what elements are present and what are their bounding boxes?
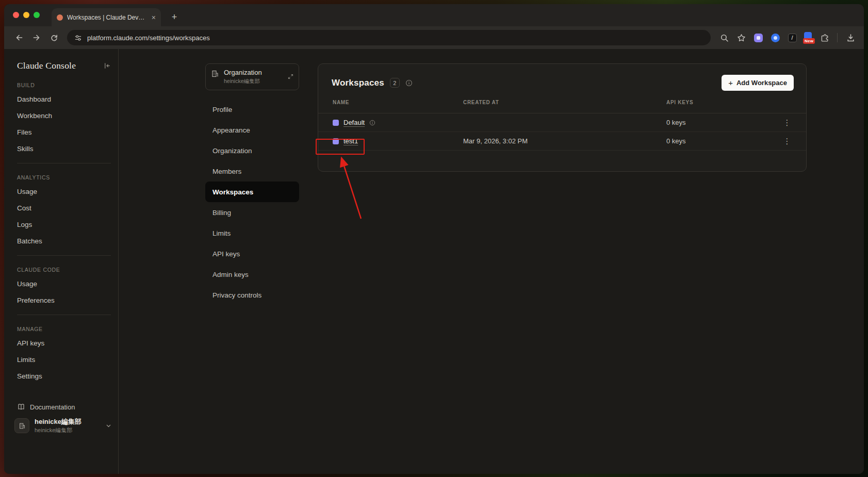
documentation-link[interactable]: Documentation bbox=[17, 403, 75, 411]
section-label-analytics: ANALYTICS bbox=[17, 174, 111, 180]
extensions-puzzle-icon[interactable] bbox=[818, 31, 830, 44]
desktop-background: Workspaces | Claude Develop × + platform… bbox=[0, 0, 868, 477]
sidebar-item-preferences[interactable]: Preferences bbox=[17, 292, 111, 308]
sidebar-divider bbox=[17, 255, 111, 256]
site-settings-icon[interactable] bbox=[74, 34, 82, 42]
sidebar-item-usage[interactable]: Usage bbox=[17, 183, 111, 200]
sidebar-item-settings[interactable]: Settings bbox=[17, 368, 111, 384]
default-info-icon[interactable] bbox=[369, 120, 375, 126]
info-icon[interactable] bbox=[405, 79, 413, 87]
organization-avatar bbox=[14, 418, 29, 433]
created-at-cell: Mar 9, 2026, 3:02 PM bbox=[463, 137, 666, 145]
workspace-link-test1[interactable]: test1 bbox=[343, 137, 358, 145]
extension-blue-icon[interactable] bbox=[769, 31, 781, 44]
extension-dark-icon[interactable]: / bbox=[786, 31, 798, 44]
sidebar-item-dashboard[interactable]: Dashboard bbox=[17, 91, 111, 107]
tab-title: Workspaces | Claude Develop bbox=[67, 14, 148, 21]
panel-title: Workspaces bbox=[332, 78, 384, 88]
organization-card[interactable]: Organization heinicke編集部 bbox=[205, 63, 299, 90]
extension-claude-icon[interactable] bbox=[752, 31, 764, 44]
org-card-subtitle: heinicke編集部 bbox=[224, 78, 262, 85]
sidebar-item-limits[interactable]: Limits bbox=[17, 351, 111, 368]
sidebar-item-logs[interactable]: Logs bbox=[17, 216, 111, 233]
table-header-row: NAME CREATED AT API KEYS bbox=[318, 100, 806, 113]
sidebar: Claude Console BUILD Dashboard Workbench… bbox=[4, 49, 119, 474]
api-keys-cell: 0 keys bbox=[666, 119, 778, 126]
tab-close-icon[interactable]: × bbox=[152, 13, 156, 22]
workspace-link-default[interactable]: Default bbox=[343, 119, 365, 126]
reload-button[interactable] bbox=[46, 30, 62, 45]
browser-toolbar: platform.claude.com/settings/workspaces … bbox=[4, 26, 864, 49]
minimize-window-button[interactable] bbox=[23, 12, 29, 18]
settings-nav-organization[interactable]: Organization bbox=[205, 140, 299, 161]
column-header-api-keys: API KEYS bbox=[666, 100, 778, 105]
settings-nav-limits[interactable]: Limits bbox=[205, 223, 299, 243]
chevron-down-icon bbox=[105, 422, 112, 429]
workspaces-panel: Workspaces 2 + Add Workspace bbox=[318, 63, 807, 172]
building-icon bbox=[211, 70, 219, 78]
settings-nav: Organization heinicke編集部 Profile Appeara… bbox=[205, 49, 299, 474]
settings-nav-billing[interactable]: Billing bbox=[205, 202, 299, 223]
section-label-claude-code: CLAUDE CODE bbox=[17, 267, 111, 273]
workspace-count-badge: 2 bbox=[390, 78, 400, 88]
sidebar-divider bbox=[17, 315, 111, 315]
org-card-title: Organization bbox=[224, 69, 262, 76]
sidebar-item-skills[interactable]: Skills bbox=[17, 140, 111, 157]
new-tab-button[interactable]: + bbox=[167, 10, 182, 24]
address-bar[interactable]: platform.claude.com/settings/workspaces bbox=[67, 30, 711, 45]
extension-new-icon[interactable]: New bbox=[803, 31, 813, 44]
sidebar-item-code-usage[interactable]: Usage bbox=[17, 275, 111, 292]
expand-icon[interactable] bbox=[287, 73, 294, 80]
close-window-button[interactable] bbox=[13, 12, 19, 18]
workspace-color-icon bbox=[333, 120, 339, 126]
sidebar-item-cost[interactable]: Cost bbox=[17, 200, 111, 216]
sidebar-item-files[interactable]: Files bbox=[17, 124, 111, 140]
account-switcher[interactable]: heinicke編集部 heinicke編集部 bbox=[14, 418, 112, 434]
sidebar-item-api-keys[interactable]: API keys bbox=[17, 335, 111, 351]
row-menu-kebab-icon[interactable]: ⋮ bbox=[783, 119, 791, 126]
zoom-icon[interactable] bbox=[718, 31, 730, 44]
url-text: platform.claude.com/settings/workspaces bbox=[87, 34, 210, 42]
account-name: heinicke編集部 bbox=[35, 418, 100, 426]
sidebar-item-batches[interactable]: Batches bbox=[17, 233, 111, 249]
browser-window: Workspaces | Claude Develop × + platform… bbox=[4, 4, 864, 474]
back-button[interactable] bbox=[11, 30, 27, 45]
settings-nav-api-keys[interactable]: API keys bbox=[205, 243, 299, 264]
section-label-manage: MANAGE bbox=[17, 326, 111, 332]
sidebar-item-workbench[interactable]: Workbench bbox=[17, 107, 111, 124]
workspaces-table: NAME CREATED AT API KEYS Default bbox=[318, 100, 806, 151]
table-row-test1: test1 Mar 9, 2026, 3:02 PM 0 keys ⋮ bbox=[318, 132, 806, 151]
downloads-icon[interactable] bbox=[844, 31, 857, 44]
collapse-sidebar-icon[interactable] bbox=[103, 62, 111, 70]
toolbar-divider bbox=[837, 33, 838, 42]
maximize-window-button[interactable] bbox=[34, 12, 40, 18]
settings-nav-profile[interactable]: Profile bbox=[205, 99, 299, 120]
tab-strip: Workspaces | Claude Develop × + bbox=[4, 4, 864, 26]
bookmark-star-icon[interactable] bbox=[735, 31, 747, 44]
book-icon bbox=[17, 403, 25, 411]
browser-tab[interactable]: Workspaces | Claude Develop × bbox=[52, 8, 161, 26]
window-controls bbox=[13, 12, 40, 18]
main-area: Workspaces 2 + Add Workspace bbox=[318, 49, 807, 474]
workspace-color-icon bbox=[333, 138, 339, 144]
new-badge: New bbox=[803, 38, 815, 44]
add-workspace-button[interactable]: + Add Workspace bbox=[722, 75, 794, 91]
settings-nav-privacy-controls[interactable]: Privacy controls bbox=[205, 285, 299, 305]
table-row-default: Default 0 keys ⋮ bbox=[318, 113, 806, 132]
row-menu-kebab-icon[interactable]: ⋮ bbox=[783, 137, 791, 145]
settings-nav-workspaces[interactable]: Workspaces bbox=[205, 182, 299, 202]
claude-favicon-icon bbox=[57, 14, 63, 21]
account-subtitle: heinicke編集部 bbox=[35, 426, 100, 434]
settings-nav-admin-keys[interactable]: Admin keys bbox=[205, 264, 299, 285]
section-label-build: BUILD bbox=[17, 82, 111, 88]
api-keys-cell: 0 keys bbox=[666, 137, 778, 145]
settings-nav-appearance[interactable]: Appearance bbox=[205, 120, 299, 140]
app-title: Claude Console bbox=[17, 60, 76, 71]
settings-nav-members[interactable]: Members bbox=[205, 161, 299, 182]
page-content: Claude Console BUILD Dashboard Workbench… bbox=[4, 49, 864, 474]
column-header-name: NAME bbox=[333, 100, 463, 105]
sidebar-divider bbox=[17, 163, 111, 163]
column-header-created-at: CREATED AT bbox=[463, 100, 666, 105]
toolbar-icons: / New bbox=[718, 31, 857, 44]
forward-button[interactable] bbox=[29, 30, 44, 45]
